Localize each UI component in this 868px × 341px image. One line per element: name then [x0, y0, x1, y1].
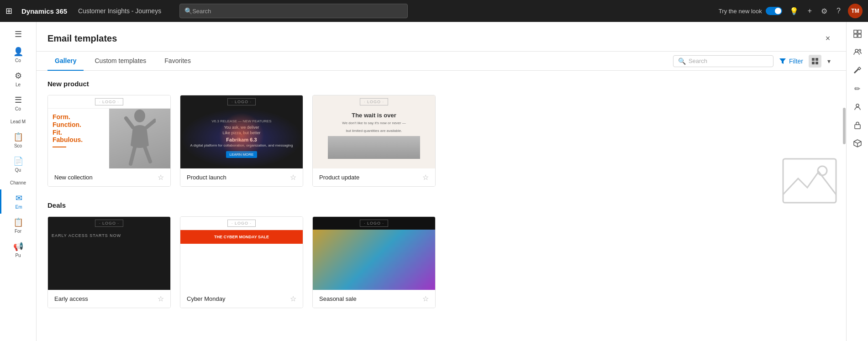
rp-btn-tool[interactable] [849, 62, 866, 79]
svg-rect-14 [783, 159, 836, 203]
try-new-look[interactable]: Try the new look [719, 7, 782, 15]
hamburger-icon: ☰ [15, 29, 22, 39]
favorite-product-update-button[interactable]: ☆ [422, 173, 429, 182]
brand-name: Dynamics 365 [21, 7, 67, 15]
section-title-deals: Deals [47, 201, 835, 209]
template-grid-deals: · LOGO · EARLY ACCESS STARTS NOW Early a… [47, 216, 835, 308]
template-card-product-launch[interactable]: · LOGO · V6.3 RELEASE — NEW FEATURES You… [180, 95, 303, 187]
rp-btn-user[interactable] [849, 99, 866, 115]
sidebar-item-forms[interactable]: 📋 For [0, 214, 36, 238]
settings-button[interactable]: ⚙ [819, 5, 829, 17]
template-card-product-update[interactable]: · LOGO · The wait is over We don't like … [312, 95, 436, 187]
favorite-deal-3-button[interactable]: ☆ [422, 294, 429, 303]
svg-rect-9 [812, 58, 815, 61]
grid-icon[interactable]: ⊞ [5, 6, 12, 16]
sidebar-label-channels: Channe [10, 180, 26, 186]
deal3-logo: · LOGO · [360, 220, 388, 227]
product-update-subtext1: We don't like to say it's now or never — [316, 121, 431, 126]
favorite-deal-1-button[interactable]: ☆ [158, 294, 164, 303]
section-title-new-product: New product [47, 80, 835, 88]
svg-point-4 [855, 49, 858, 52]
template-footer-deal-2: Cyber Monday ☆ [180, 290, 303, 308]
template-card-deal-1[interactable]: · LOGO · EARLY ACCESS STARTS NOW Early a… [47, 216, 171, 308]
rp-btn-lock[interactable] [849, 117, 866, 133]
template-card-new-collection[interactable]: · LOGO · Form.Function.Fit.Fabulous. [47, 95, 171, 187]
modal-close-button[interactable]: × [821, 31, 835, 46]
template-search-box[interactable]: 🔍 [673, 55, 773, 67]
search-icon: 🔍 [678, 58, 686, 65]
rp-btn-package[interactable] [849, 135, 866, 152]
scrollbar-thumb[interactable] [843, 108, 846, 144]
product-update-subtext2: but limited quantities are available. [316, 128, 431, 133]
template-card-deal-3[interactable]: · LOGO · Seasonal sale ☆ [312, 216, 436, 308]
leads-icon: ⚙ [15, 71, 22, 81]
template-grid-new-product: · LOGO · Form.Function.Fit.Fabulous. [47, 95, 835, 187]
tab-favorites[interactable]: Favorites [157, 52, 198, 71]
favorite-new-collection-button[interactable]: ☆ [158, 173, 164, 182]
sidebar-item-push[interactable]: 📢 Pu [0, 238, 36, 262]
new-look-toggle[interactable] [766, 7, 782, 15]
sidebar-item-contacts[interactable]: 👤 Co [0, 43, 36, 67]
nav-search-input[interactable] [192, 8, 403, 15]
deal2-logo: · LOGO · [227, 220, 256, 227]
sidebar-item-sco[interactable]: 📋 Sco [0, 128, 36, 152]
favorite-product-launch-button[interactable]: ☆ [290, 173, 296, 182]
help-button[interactable]: ? [835, 5, 842, 17]
filter-label: Filter [789, 58, 803, 65]
template-footer-product-update: Product update ☆ [313, 168, 435, 186]
template-footer-deal-1: Early access ☆ [48, 290, 170, 308]
modal-tabs: Gallery Custom templates Favorites 🔍 Fil… [37, 52, 846, 71]
user-avatar[interactable]: TM [848, 4, 863, 18]
svg-rect-2 [854, 34, 857, 37]
product-update-image [328, 136, 420, 159]
sidebar-item-lead-m[interactable]: Lead M [0, 115, 36, 128]
qu-icon: 📄 [13, 156, 23, 166]
favorite-deal-2-button[interactable]: ☆ [290, 294, 296, 303]
deal1-logo: · LOGO · [95, 220, 123, 227]
template-name-new-collection: New collection [54, 174, 93, 181]
tab-gallery[interactable]: Gallery [47, 52, 84, 71]
svg-rect-7 [855, 125, 860, 129]
modal-body[interactable]: New product · LOGO · Form.Function.Fit.F… [37, 71, 846, 341]
product-update-logo: · LOGO · [360, 98, 388, 105]
sidebar-label-push: Pu [15, 253, 21, 258]
svg-rect-3 [858, 34, 861, 37]
svg-point-15 [818, 166, 827, 175]
nav-right: Try the new look 💡 + ⚙ ? TM [719, 4, 863, 18]
sidebar-item-co[interactable]: ☰ Co [0, 91, 36, 115]
sidebar-label-forms: For [15, 229, 21, 234]
svg-rect-0 [854, 30, 857, 33]
template-card-deal-2[interactable]: · LOGO · the cyber monday sale Cyber Mon… [180, 216, 303, 308]
deal2-text: the cyber monday sale [185, 235, 298, 239]
rp-btn-people[interactable] [849, 44, 866, 60]
notifications-button[interactable]: 💡 [788, 5, 800, 17]
sidebar-item-email[interactable]: ✉ Em [0, 189, 36, 214]
filter-button[interactable]: Filter [779, 58, 803, 65]
sidebar-item-menu[interactable]: ☰ [0, 26, 36, 43]
template-search-input[interactable] [689, 58, 768, 64]
sidebar-label-leadm: Lead M [11, 119, 26, 125]
svg-rect-1 [858, 30, 861, 33]
try-new-label: Try the new look [719, 8, 762, 15]
modal-overlay: Email templates × Gallery Custom templat… [37, 22, 846, 341]
tab-custom-templates[interactable]: Custom templates [87, 52, 153, 71]
scrollbar-track[interactable] [842, 104, 846, 341]
grid-view-button[interactable] [809, 55, 821, 68]
nav-search-box[interactable]: 🔍 [179, 4, 408, 18]
email-icon: ✉ [16, 193, 22, 203]
image-placeholder-area [782, 158, 837, 205]
modal-header: Email templates × [37, 22, 846, 52]
template-name-deal-1: Early access [54, 295, 88, 302]
add-button[interactable]: + [806, 5, 814, 17]
rp-btn-grid[interactable] [849, 26, 866, 42]
sidebar-item-leads[interactable]: ⚙ Le [0, 67, 36, 91]
sidebar-label-leads: Le [16, 82, 21, 88]
sidebar: ☰ 👤 Co ⚙ Le ☰ Co Lead M 📋 Sco 📄 Qu Chann… [0, 22, 37, 341]
dropdown-view-button[interactable]: ▾ [822, 55, 835, 68]
sidebar-item-qu[interactable]: 📄 Qu [0, 152, 36, 177]
sidebar-label-sco: Sco [14, 143, 22, 149]
co-icon: ☰ [15, 95, 22, 105]
template-name-deal-2: Cyber Monday [187, 295, 226, 302]
rp-btn-edit[interactable]: ✏ [849, 80, 866, 97]
template-footer-deal-3: Seasonal sale ☆ [313, 290, 435, 308]
